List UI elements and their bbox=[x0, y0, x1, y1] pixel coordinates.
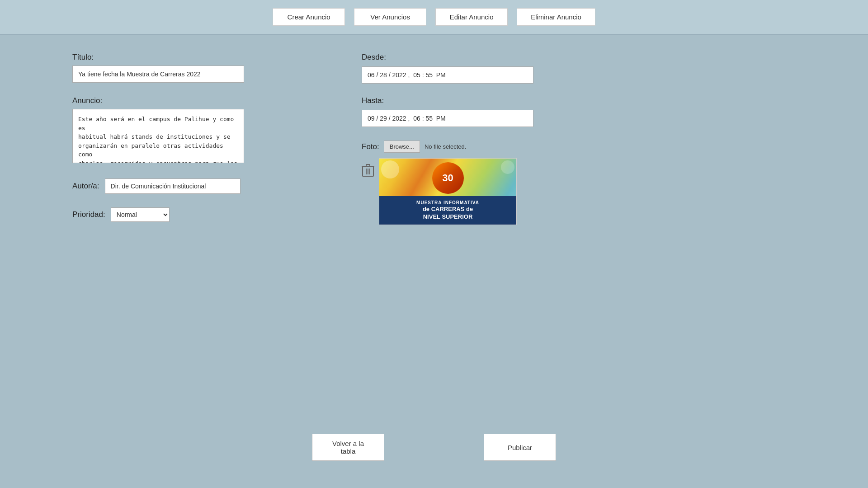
delete-icon[interactable] bbox=[362, 163, 374, 179]
announcement-image: 30 MUESTRA INFORMATIVA de CARRERAS de NI… bbox=[379, 158, 517, 225]
image-line3: NIVEL SUPERIOR bbox=[381, 213, 514, 221]
titulo-input[interactable] bbox=[72, 66, 244, 83]
right-panel: Desde: Hasta: Foto: Browse... No file se… bbox=[362, 53, 633, 225]
prioridad-select[interactable]: Normal Alta Baja bbox=[111, 207, 170, 222]
hasta-input[interactable] bbox=[362, 110, 533, 127]
desde-group: Desde: bbox=[362, 53, 633, 84]
anuncio-label: Anuncio: bbox=[72, 96, 335, 105]
anuncio-group: Anuncio: Este año será en el campus de P… bbox=[72, 96, 335, 165]
titulo-group: Título: bbox=[72, 53, 335, 83]
autor-input[interactable] bbox=[105, 178, 241, 194]
image-container: 30 MUESTRA INFORMATIVA de CARRERAS de NI… bbox=[362, 158, 633, 225]
eliminar-anuncio-button[interactable]: Eliminar Anuncio bbox=[517, 8, 595, 26]
titulo-label: Título: bbox=[72, 53, 335, 62]
volver-button[interactable]: Volver a la tabla bbox=[312, 434, 384, 461]
publicar-button[interactable]: Publicar bbox=[484, 434, 556, 461]
image-overlay: MUESTRA INFORMATIVA de CARRERAS de NIVEL… bbox=[379, 196, 516, 225]
image-line2: de CARRERAS de bbox=[381, 206, 514, 213]
desde-label: Desde: bbox=[362, 53, 633, 62]
no-file-text: No file selected. bbox=[425, 143, 467, 150]
badge-30: 30 bbox=[432, 162, 464, 194]
image-line1: MUESTRA INFORMATIVA bbox=[381, 200, 514, 206]
foto-label: Foto: bbox=[362, 142, 379, 151]
left-panel: Título: Anuncio: Este año será en el cam… bbox=[72, 53, 335, 225]
browse-button[interactable]: Browse... bbox=[384, 141, 420, 153]
ver-anuncios-button[interactable]: Ver Anuncios bbox=[354, 8, 426, 26]
autor-label: Autor/a: bbox=[72, 182, 99, 191]
bottom-actions: Volver a la tabla Publicar bbox=[321, 434, 547, 461]
main-content: Título: Anuncio: Este año será en el cam… bbox=[0, 35, 868, 243]
prioridad-label: Prioridad: bbox=[72, 210, 105, 219]
autor-group: Autor/a: bbox=[72, 178, 335, 194]
hasta-group: Hasta: bbox=[362, 96, 633, 127]
top-navigation: Crear Anuncio Ver Anuncios Editar Anunci… bbox=[0, 0, 868, 35]
crear-anuncio-button[interactable]: Crear Anuncio bbox=[273, 8, 345, 26]
prioridad-group: Prioridad: Normal Alta Baja bbox=[72, 207, 335, 222]
foto-row: Foto: Browse... No file selected. bbox=[362, 141, 633, 153]
hasta-label: Hasta: bbox=[362, 96, 633, 105]
editar-anuncio-button[interactable]: Editar Anuncio bbox=[435, 8, 508, 26]
anuncio-textarea[interactable]: Este año será en el campus de Palihue y … bbox=[72, 109, 244, 163]
desde-input[interactable] bbox=[362, 66, 533, 84]
